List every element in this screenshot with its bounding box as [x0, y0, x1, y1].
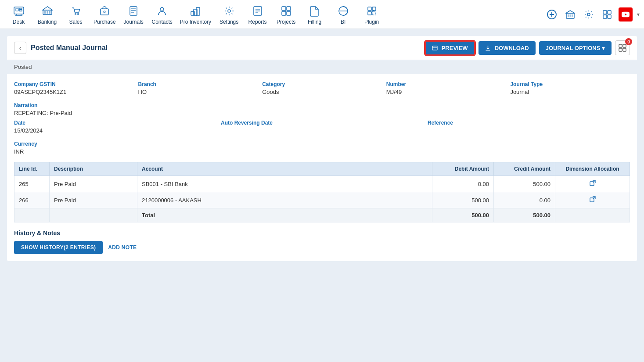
nav-item-projects[interactable]: Projects	[272, 1, 300, 28]
add-note-button[interactable]: ADD NOTE	[108, 244, 137, 251]
svg-rect-50	[603, 15, 607, 18]
cell-debit: 500.00	[432, 192, 494, 208]
branch-value: HO	[138, 89, 258, 95]
number-label: Number	[386, 81, 506, 87]
external-link-icon[interactable]	[589, 197, 596, 204]
contacts-icon	[155, 4, 169, 18]
svg-rect-31	[282, 11, 286, 15]
nav-item-pro-inventory[interactable]: Pro Inventory	[176, 1, 215, 28]
svg-point-13	[77, 13, 79, 14]
history-actions: SHOW HISTORY(2 ENTRIES) ADD NOTE	[14, 241, 630, 254]
journal-type-field: Journal Type Journal	[510, 81, 630, 95]
svg-rect-45	[570, 14, 571, 17]
currency-value: INR	[14, 148, 630, 155]
svg-rect-9	[44, 11, 46, 14]
nav-item-desk[interactable]: Desk	[4, 1, 33, 28]
nav-item-banking[interactable]: Banking	[33, 1, 61, 28]
table-row: 266 Pre Paid 2120000006 - AAKASH 500.00 …	[14, 192, 630, 208]
main-content: ‹ Posted Manual Journal PREVIEW DOWNLOAD…	[0, 29, 644, 362]
sales-icon	[69, 4, 83, 18]
svg-marker-43	[566, 11, 575, 13]
youtube-icon[interactable]	[619, 7, 633, 22]
reports-label: Reports	[248, 19, 267, 25]
narration-value: REPEATING: Pre-Paid	[14, 110, 134, 116]
card: Posted Company GSTIN 09ASEPQ2345K1Z1 Bra…	[7, 60, 637, 261]
cell-description: Pre Paid	[50, 176, 137, 192]
external-link-icon[interactable]	[589, 180, 596, 188]
add-icon[interactable]	[545, 7, 559, 22]
footer-total-label: Total	[137, 208, 432, 222]
category-field: Category Goods	[262, 81, 382, 95]
branch-field: Branch HO	[138, 81, 258, 95]
plugin-label: Plugin	[364, 19, 379, 25]
category-value: Goods	[262, 89, 382, 95]
journal-type-label: Journal Type	[510, 81, 630, 87]
cell-dimension[interactable]	[555, 176, 630, 192]
filling-icon	[308, 4, 322, 18]
journal-options-button[interactable]: JOURNAL OPTIONS ▾	[539, 41, 612, 55]
grid-icon[interactable]	[600, 7, 614, 22]
nav-item-settings[interactable]: Settings	[215, 1, 243, 28]
company-gstin-field: Company GSTIN 09ASEPQ2345K1Z1	[14, 81, 134, 95]
pro-inventory-label: Pro Inventory	[180, 19, 211, 25]
footer-empty-3	[555, 208, 630, 222]
nav-item-contacts[interactable]: Contacts	[148, 1, 176, 28]
nav-dropdown-arrow[interactable]: ▾	[637, 11, 640, 18]
svg-rect-11	[49, 11, 50, 14]
svg-rect-16	[130, 7, 137, 15]
nav-item-journals[interactable]: Journals	[119, 1, 148, 28]
preview-button[interactable]: PREVIEW	[425, 41, 475, 55]
purchase-icon	[97, 4, 112, 18]
nav-item-bi[interactable]: BI	[329, 1, 357, 28]
number-field: Number MJ/49	[386, 81, 506, 95]
nav-item-reports[interactable]: Reports	[243, 1, 272, 28]
col-header-line-id: Line Id.	[14, 162, 50, 176]
nav-item-purchase[interactable]: Purchase	[90, 1, 119, 28]
icon-action-button[interactable]: 0	[615, 40, 630, 55]
sales-label: Sales	[69, 19, 82, 25]
detail-grid-row1: Company GSTIN 09ASEPQ2345K1Z1 Branch HO …	[7, 74, 637, 120]
cell-debit: 0.00	[432, 176, 494, 192]
svg-rect-49	[608, 11, 611, 14]
svg-rect-35	[368, 7, 371, 11]
date-field: Date 15/02/2024	[14, 120, 216, 134]
banking-icon	[40, 4, 54, 18]
download-button[interactable]: DOWNLOAD	[479, 41, 536, 55]
svg-rect-30	[287, 7, 291, 11]
settings-icon	[222, 4, 236, 18]
cell-dimension[interactable]	[555, 192, 630, 208]
svg-rect-58	[619, 48, 622, 51]
gear-icon[interactable]	[582, 7, 596, 22]
nav-item-filling[interactable]: Filling	[300, 1, 329, 28]
bi-label: BI	[341, 19, 345, 25]
back-button[interactable]: ‹	[14, 42, 26, 54]
svg-rect-56	[619, 44, 622, 47]
date-label: Date	[14, 120, 216, 126]
currency-field: Currency INR	[7, 137, 637, 162]
company-gstin-value: 09ASEPQ2345K1Z1	[14, 89, 134, 95]
svg-rect-44	[568, 14, 569, 17]
svg-rect-51	[608, 15, 611, 18]
desk-label: Desk	[13, 19, 25, 25]
narration-field: Narration REPEATING: Pre-Paid	[14, 102, 134, 116]
svg-point-24	[228, 10, 230, 12]
nav-item-sales[interactable]: Sales	[61, 1, 90, 28]
svg-point-20	[160, 7, 164, 11]
show-history-button[interactable]: SHOW HISTORY(2 ENTRIES)	[14, 241, 103, 254]
col-header-account: Account	[137, 162, 432, 176]
cell-line-id: 266	[14, 192, 50, 208]
building-icon[interactable]	[563, 7, 577, 22]
status-bar: Posted	[7, 60, 637, 74]
svg-marker-8	[43, 7, 52, 10]
col-header-dimension: Dimension Allocation	[555, 162, 630, 176]
svg-rect-32	[287, 11, 291, 15]
reports-icon	[251, 4, 265, 18]
table-footer-row: Total 500.00 500.00	[14, 208, 630, 222]
svg-rect-10	[47, 11, 48, 14]
footer-credit-total: 500.00	[494, 208, 555, 222]
cell-credit: 500.00	[494, 176, 555, 192]
svg-rect-38	[372, 11, 376, 15]
nav-item-plugin[interactable]: Plugin	[357, 1, 386, 28]
reference-label: Reference	[428, 120, 630, 126]
filling-label: Filling	[308, 19, 321, 25]
